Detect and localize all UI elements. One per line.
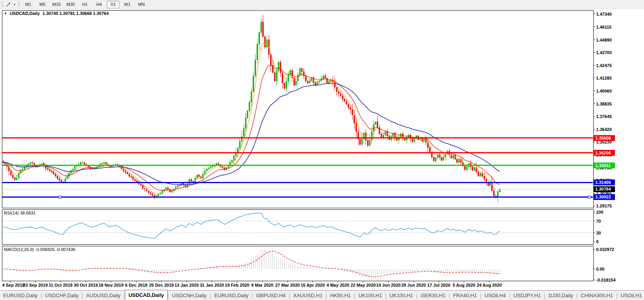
candle xyxy=(233,156,234,160)
candle xyxy=(458,159,459,162)
tab-usoil-h4[interactable]: USOil,H4 xyxy=(481,291,509,300)
candle xyxy=(350,108,351,109)
candle xyxy=(338,92,339,94)
timeframe-button-D1[interactable]: D1 xyxy=(107,1,119,8)
tab-audusd-daily[interactable]: AUDUSD,Daily xyxy=(83,291,123,300)
candle xyxy=(210,167,211,168)
price-label-1.35606: 1.35606 xyxy=(595,136,611,140)
candle xyxy=(284,83,285,88)
tab-china300-h1[interactable]: CHINA300,H1 xyxy=(578,291,616,300)
candle xyxy=(245,118,246,129)
candle xyxy=(177,185,178,187)
price-tick-label: 1.47340 xyxy=(596,12,612,16)
tool-dropdown-icon[interactable]: ▾ xyxy=(13,3,16,6)
candle xyxy=(255,60,256,76)
candle xyxy=(179,185,180,185)
candle xyxy=(47,169,48,170)
price-tick-label: 1.43700 xyxy=(596,50,612,55)
candle xyxy=(262,22,263,37)
candle xyxy=(352,109,353,115)
candle xyxy=(253,76,254,91)
candle xyxy=(474,168,475,171)
timeframe-button-M5[interactable]: M5 xyxy=(36,1,49,8)
chart-dropdown-icon[interactable]: ▼ xyxy=(4,12,7,15)
chart-ohlc-values: 1.30740 1.30781 1.30668 1.30764 xyxy=(42,11,108,16)
toolbar-separator-grip xyxy=(18,2,20,7)
tab-usoil-h1[interactable]: USOil,H1 xyxy=(618,291,644,300)
tab-xauusd-h1[interactable]: XAUUSD,H1 xyxy=(290,291,326,300)
tab-hk50-h1[interactable]: HK50,H1 xyxy=(327,291,354,300)
tab-uk100-h1[interactable]: UK100,H1 xyxy=(355,291,385,300)
tab-eurusd-daily[interactable]: EURUSD,Daily xyxy=(0,291,40,300)
candle xyxy=(146,189,147,191)
timeframe-button-M1[interactable]: M1 xyxy=(22,1,35,8)
candle xyxy=(123,169,124,171)
timeframe-button-M30[interactable]: M30 xyxy=(64,1,77,8)
candle xyxy=(57,176,58,179)
toolbar-grip[interactable] xyxy=(2,2,3,7)
candle xyxy=(456,159,457,162)
tab-gbpusd-h4[interactable]: GBPUSD,H4 xyxy=(253,291,289,300)
candle xyxy=(51,171,52,172)
line-handle[interactable] xyxy=(59,196,61,198)
timeframe-button-H1[interactable]: H1 xyxy=(79,1,91,8)
rsi-tick-label: 30 xyxy=(596,231,601,235)
candle xyxy=(342,96,343,99)
candle xyxy=(74,167,75,169)
candle xyxy=(375,122,376,124)
date-label: 22 May 2020 xyxy=(351,283,376,287)
candle xyxy=(136,181,137,182)
tab-uk100-h1[interactable]: UK100,H1 xyxy=(386,291,416,300)
crosshair-tool-button[interactable] xyxy=(5,1,13,8)
timeframe-button-H4[interactable]: H4 xyxy=(93,1,105,8)
toolbar: ▾ M1M5M15M30H1H4D1W1MN xyxy=(0,0,644,9)
candle xyxy=(359,139,360,144)
price-tick-label: 1.44890 xyxy=(596,38,612,42)
candle xyxy=(30,162,31,164)
tab-fra40-h1[interactable]: FRA40,H1 xyxy=(450,291,480,300)
candle xyxy=(197,175,198,178)
candle xyxy=(167,188,168,189)
candle xyxy=(354,115,355,124)
price-label-1.34206: 1.34206 xyxy=(595,151,611,155)
candle xyxy=(466,167,467,170)
candle xyxy=(59,178,60,180)
candle xyxy=(49,170,50,171)
candle xyxy=(10,171,11,175)
candle xyxy=(131,176,132,177)
date-label: 4 May 2020 xyxy=(327,283,349,287)
candle xyxy=(443,157,444,160)
candle xyxy=(348,104,349,108)
timeframe-button-M15[interactable]: M15 xyxy=(50,1,63,8)
candle xyxy=(315,83,316,85)
candle xyxy=(247,111,248,118)
timeframe-button-MN[interactable]: MN xyxy=(135,1,148,8)
candle xyxy=(295,81,296,85)
candle xyxy=(301,68,302,71)
candle xyxy=(132,177,134,180)
price-tick-label: 1.40060 xyxy=(596,89,612,93)
date-label: 30 Oct 2019 xyxy=(74,283,98,287)
date-label: 27 Mar 2020 xyxy=(275,283,300,287)
candle xyxy=(84,163,85,164)
price-tick-label: 1.42475 xyxy=(596,63,612,68)
date-label: 4 Sep 2019 xyxy=(2,283,25,287)
candle xyxy=(344,99,345,101)
timeframe-button-W1[interactable]: W1 xyxy=(121,1,134,8)
tab-ger30-h1[interactable]: GER30,H1 xyxy=(417,291,448,300)
candle xyxy=(249,102,250,111)
tab-dj30-daily[interactable]: DJ30,Daily xyxy=(545,291,576,300)
rsi-tick-label: 70 xyxy=(596,219,601,224)
candle xyxy=(259,33,260,44)
candle xyxy=(323,76,324,78)
candle xyxy=(206,169,207,171)
timeframe-buttons: M1M5M15M30H1H4D1W1MN xyxy=(21,1,148,8)
tab-usdcnh-daily[interactable]: USDCNH,Daily xyxy=(169,291,210,300)
tab-usdchf-daily[interactable]: USDCHF,Daily xyxy=(42,291,82,300)
tab-usdcad-daily[interactable]: USDCAD,Daily xyxy=(125,290,167,300)
tab-eurusd-daily[interactable]: EURUSD,Daily xyxy=(211,291,251,300)
line-handle[interactable] xyxy=(588,196,591,198)
candle xyxy=(82,162,83,163)
candle xyxy=(55,174,56,176)
tab-usdjpy-h1[interactable]: USDJPY,H1 xyxy=(510,291,544,300)
